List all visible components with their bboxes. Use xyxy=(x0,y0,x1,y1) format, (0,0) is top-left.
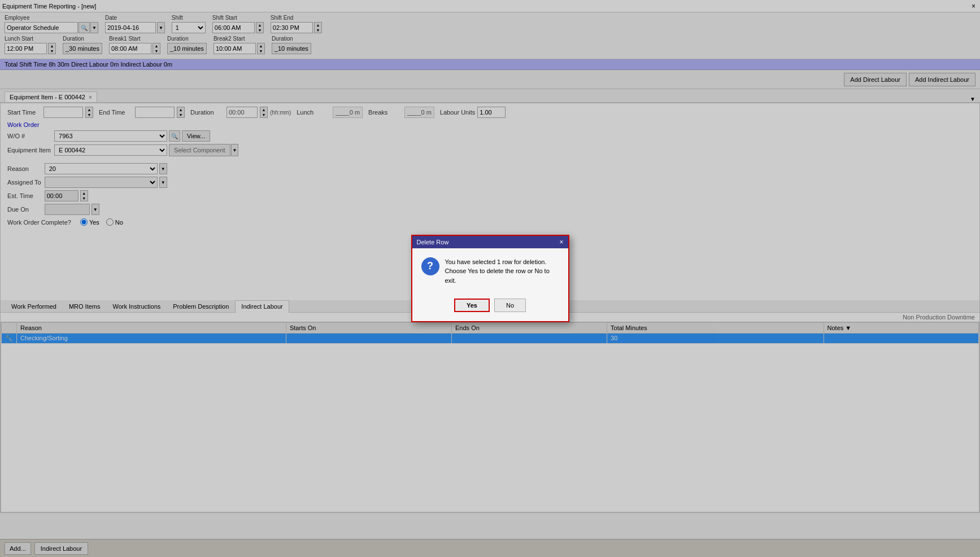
modal-title: Delete Row xyxy=(417,239,449,245)
modal-yes-button[interactable]: Yes xyxy=(454,299,490,312)
modal-question-icon: ? xyxy=(421,257,439,275)
delete-row-dialog: Delete Row × ? You have selected 1 row f… xyxy=(411,235,569,323)
modal-overlay: Delete Row × ? You have selected 1 row f… xyxy=(0,0,980,513)
modal-message-line2: Choose Yes to delete the row or No to ex… xyxy=(445,266,559,285)
modal-title-bar: Delete Row × xyxy=(412,236,568,248)
modal-close-button[interactable]: × xyxy=(559,238,563,246)
modal-no-button[interactable]: No xyxy=(494,299,526,312)
modal-message: You have selected 1 row for deletion. Ch… xyxy=(445,257,559,286)
modal-body: ? You have selected 1 row for deletion. … xyxy=(412,248,568,295)
modal-footer: Yes No xyxy=(412,294,568,321)
modal-message-line1: You have selected 1 row for deletion. xyxy=(445,257,559,267)
